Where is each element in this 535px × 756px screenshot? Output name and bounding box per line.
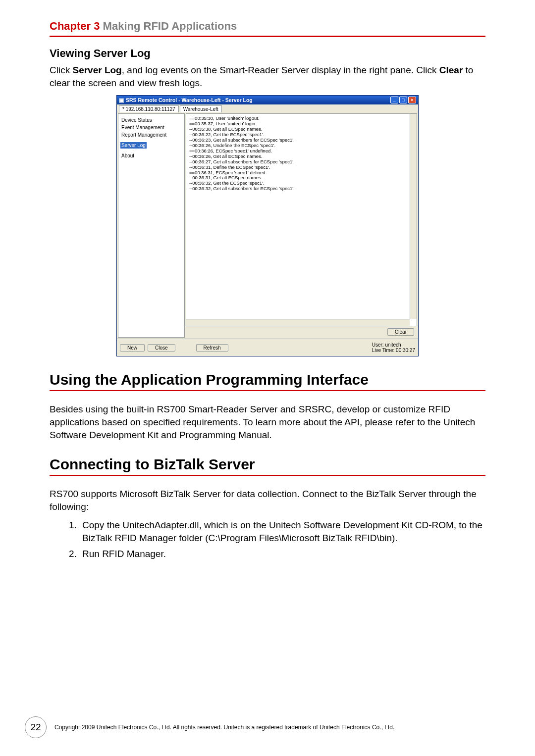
- vertical-scrollbar[interactable]: [410, 114, 417, 319]
- biztalk-steps: Copy the UnitechAdapter.dll, which is on…: [79, 519, 485, 560]
- sidebar-item-device-status[interactable]: Device Status: [120, 117, 182, 123]
- window-title: SRS Remote Control - Warehouse-Left - Se…: [126, 97, 253, 103]
- log-line: --00:36:27, Get all subscribers for ECSp…: [189, 159, 414, 165]
- divider: [50, 36, 485, 37]
- sidebar-item-event-management[interactable]: Event Management: [120, 124, 182, 131]
- log-line: --00:36:31, Define the ECSpec 'spec1'.: [189, 165, 414, 170]
- new-button[interactable]: New: [120, 344, 145, 352]
- sidebar: Device Status Event Management Report Ma…: [118, 113, 185, 338]
- refresh-button[interactable]: Refresh: [196, 344, 228, 352]
- live-time-label: Live Time: 00:30:27: [372, 348, 415, 353]
- sidebar-item-server-log[interactable]: Server Log: [120, 142, 147, 149]
- page-footer: 22 Copyright 2009 Unitech Electronics Co…: [25, 716, 485, 738]
- close-window-button[interactable]: ×: [408, 97, 416, 103]
- log-line: --00:36:32, Get all subscribers for ECSp…: [189, 186, 414, 192]
- section-heading-api: Using the Application Programming Interf…: [50, 371, 485, 388]
- close-button[interactable]: Close: [148, 344, 175, 352]
- biztalk-paragraph: RS700 supports Microsoft BizTalk Server …: [50, 488, 485, 513]
- viewing-paragraph: Click Server Log, and log events on the …: [50, 64, 485, 89]
- divider: [50, 475, 485, 476]
- copyright-text: Copyright 2009 Unitech Electronics Co., …: [54, 724, 394, 731]
- connection-tabs: * 192.168.110.80:11127 Warehouse-Left: [117, 104, 418, 112]
- text: Click: [50, 65, 72, 75]
- chapter-title: Making RFID Applications: [103, 20, 237, 32]
- window-titlebar: ▣ SRS Remote Control - Warehouse-Left - …: [117, 96, 418, 104]
- clear-button[interactable]: Clear: [387, 328, 414, 336]
- sidebar-item-about[interactable]: About: [120, 152, 182, 159]
- chapter-label: Chapter 3: [50, 20, 100, 32]
- step-item: Copy the UnitechAdapter.dll, which is on…: [79, 519, 485, 544]
- chapter-header: Chapter 3 Making RFID Applications: [50, 20, 485, 33]
- log-content: ==00:35:30, User 'unitech' logout.==00:3…: [189, 116, 414, 192]
- footer-info: User: unitech Live Time: 00:30:27: [372, 342, 415, 353]
- minimize-button[interactable]: _: [390, 97, 398, 103]
- user-label: User: unitech: [372, 342, 415, 348]
- app-window: ▣ SRS Remote Control - Warehouse-Left - …: [116, 95, 419, 356]
- section-heading-viewing: Viewing Server Log: [50, 47, 485, 60]
- bold-text: Clear: [439, 65, 463, 75]
- section-heading-biztalk: Connecting to BizTalk Server: [50, 456, 485, 473]
- tab-warehouse[interactable]: Warehouse-Left: [180, 105, 222, 112]
- window-footer: New Close Refresh User: unitech Live Tim…: [117, 339, 418, 356]
- maximize-button[interactable]: □: [399, 97, 407, 103]
- text: , and log events on the Smart-Reader Ser…: [122, 65, 439, 75]
- horizontal-scrollbar[interactable]: [186, 319, 410, 326]
- app-icon: ▣: [119, 97, 124, 103]
- bold-text: Server Log: [72, 65, 121, 75]
- log-pane: ==00:35:30, User 'unitech' logout.==00:3…: [186, 113, 417, 326]
- page-number: 22: [25, 716, 47, 738]
- step-item: Run RFID Manager.: [79, 548, 485, 560]
- tab-connection[interactable]: * 192.168.110.80:11127: [119, 105, 179, 112]
- api-paragraph: Besides using the built-in RS700 Smart-R…: [50, 403, 485, 441]
- divider: [50, 390, 485, 391]
- sidebar-item-report-management[interactable]: Report Management: [120, 132, 182, 138]
